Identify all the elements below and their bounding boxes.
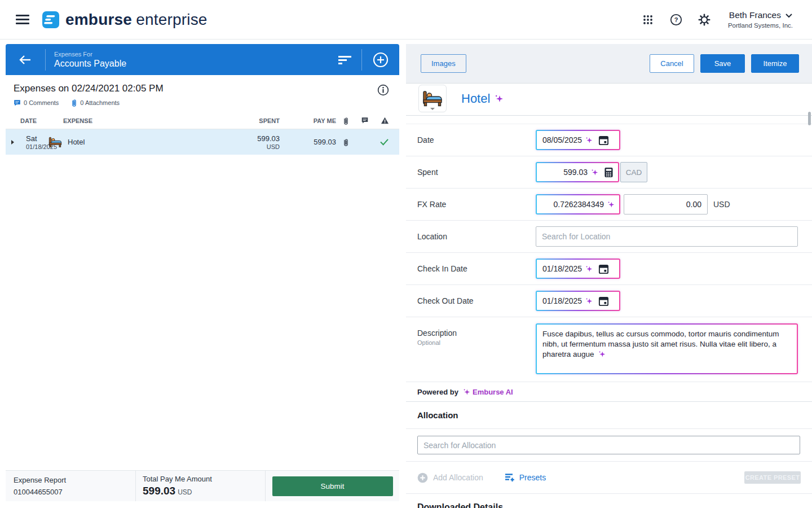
- submit-button[interactable]: Submit: [272, 476, 393, 496]
- powered-by-text: Powered by: [417, 388, 458, 396]
- back-button[interactable]: [6, 54, 45, 65]
- currency-selector[interactable]: CAD: [620, 162, 647, 182]
- powered-by-row: Powered by Emburse AI: [406, 382, 812, 402]
- row-spent: 599.03: [218, 134, 280, 143]
- sort-button[interactable]: [329, 55, 361, 65]
- check-in-input[interactable]: 01/18/2025: [536, 259, 620, 279]
- help-icon[interactable]: ?: [669, 13, 683, 27]
- row-expand-caret[interactable]: [11, 140, 14, 144]
- save-button[interactable]: Save: [700, 54, 745, 73]
- topbar-actions: ? Beth Frances: [626, 10, 793, 29]
- description-optional: Optional: [417, 339, 536, 346]
- itemize-button[interactable]: Itemize: [751, 54, 799, 73]
- check-out-value: 01/18/2025: [542, 296, 582, 305]
- spent-input[interactable]: 599.03: [536, 162, 619, 182]
- images-button[interactable]: Images: [421, 54, 466, 73]
- presets-list-icon: [505, 473, 515, 482]
- list-eyebrow: Expenses For: [54, 51, 329, 58]
- ai-sparkle-icon: [585, 265, 593, 273]
- location-search-input[interactable]: [536, 226, 798, 247]
- report-title: Expenses on 02/24/2021 02:05 PM: [14, 83, 391, 94]
- report-number: 010044655007: [14, 488, 135, 496]
- field-row-check-in: Check In Date 01/18/2025: [406, 253, 812, 285]
- brand-wordmark: emburseenterprise: [65, 11, 208, 29]
- report-number-label: Expense Report: [14, 476, 135, 484]
- apps-grid-icon[interactable]: [641, 13, 655, 27]
- col-payme-header: PAY ME: [280, 117, 336, 124]
- report-info-button[interactable]: [377, 84, 389, 98]
- allocation-search-input[interactable]: [417, 436, 800, 454]
- ai-sparkle-icon: [495, 94, 504, 103]
- field-row-spent: Spent 599.03 CAD: [406, 156, 812, 189]
- downloaded-details-section: Downloaded Details: [406, 494, 812, 508]
- check-in-label: Check In Date: [417, 264, 536, 273]
- field-row-description: Description Optional Fusce dapibus, tell…: [406, 317, 812, 382]
- hamburger-menu-icon[interactable]: [16, 12, 29, 27]
- ai-sparkle-icon: [463, 388, 470, 396]
- ai-sparkle-icon: [607, 201, 615, 208]
- row-day: Sat: [26, 134, 48, 143]
- paperclip-icon: [71, 99, 77, 107]
- col-spent-header: SPENT: [218, 117, 280, 124]
- spent-label: Spent: [417, 168, 536, 177]
- allocation-search-row: [406, 429, 812, 462]
- detail-toolbar: Images Cancel Save Itemize: [406, 44, 812, 84]
- sort-icon: [338, 55, 352, 65]
- hotel-bed-icon: [48, 137, 62, 148]
- user-menu[interactable]: Beth Frances Portland Systems, Inc.: [728, 10, 793, 29]
- chevron-down-icon: [785, 13, 793, 18]
- fx-converted-currency: USD: [713, 200, 730, 209]
- field-row-location: Location: [406, 221, 812, 253]
- description-textarea[interactable]: Fusce dapibus, tellus ac cursus commodo,…: [536, 323, 798, 374]
- expense-row-hotel[interactable]: Sat 01/18/2025 Hotel 599.03 USD 599.03: [6, 129, 399, 155]
- comment-icon: [14, 99, 21, 107]
- divider: [406, 116, 812, 124]
- attachments-count: 0 Attachments: [80, 99, 120, 106]
- add-circle-icon: [417, 472, 428, 483]
- ai-sparkle-icon: [591, 169, 598, 176]
- expense-type-selector[interactable]: [418, 85, 447, 112]
- calendar-icon[interactable]: [598, 264, 609, 274]
- add-allocation-button[interactable]: Add Allocation: [417, 472, 483, 483]
- paperclip-column-icon: [343, 117, 349, 125]
- calendar-icon[interactable]: [598, 296, 609, 306]
- comments-meta[interactable]: 0 Comments: [14, 99, 59, 107]
- row-payme: 599.03: [280, 138, 336, 146]
- check-in-value: 01/18/2025: [542, 264, 582, 273]
- user-name: Beth Frances: [729, 10, 781, 20]
- allocation-section-header: Allocation: [406, 402, 812, 429]
- cancel-button[interactable]: Cancel: [650, 54, 694, 73]
- row-spent-currency: USD: [218, 143, 280, 150]
- attachments-meta[interactable]: 0 Attachments: [71, 99, 120, 107]
- allocation-actions-row: Add Allocation Presets CREATE PRESET: [406, 462, 812, 494]
- warning-column-icon: [381, 117, 389, 124]
- row-date: 01/18/2025: [26, 143, 48, 150]
- date-value: 08/05/2025: [542, 135, 582, 144]
- allocation-title: Allocation: [417, 410, 458, 420]
- check-out-input[interactable]: 01/18/2025: [536, 291, 620, 311]
- fx-rate-value: 0.7262384349: [542, 200, 604, 209]
- calendar-icon[interactable]: [598, 135, 609, 146]
- expense-list-panel: Expenses For Accounts Payable E: [6, 44, 399, 501]
- total-currency: USD: [178, 488, 192, 496]
- fx-rate-input[interactable]: 0.7262384349: [536, 194, 620, 214]
- presets-button[interactable]: Presets: [505, 473, 546, 482]
- expense-table-header: DATE EXPENSE SPENT PAY ME: [6, 112, 399, 129]
- create-preset-button[interactable]: CREATE PRESET: [744, 471, 801, 484]
- date-input[interactable]: 08/05/2025: [536, 130, 620, 150]
- settings-gear-icon[interactable]: [698, 13, 711, 27]
- add-expense-button[interactable]: [362, 52, 399, 68]
- field-row-date: Date 08/05/2025: [406, 124, 812, 156]
- description-label: Description Optional: [417, 317, 536, 382]
- fx-converted-input[interactable]: [624, 194, 708, 214]
- row-attachment-icon[interactable]: [343, 138, 349, 146]
- calculator-icon[interactable]: [604, 167, 614, 178]
- report-footer: Expense Report 010044655007 Total Pay Me…: [6, 470, 399, 501]
- fx-rate-label: FX Rate: [417, 200, 536, 209]
- svg-text:?: ?: [674, 16, 678, 23]
- expense-list-header: Expenses For Accounts Payable: [6, 44, 399, 75]
- brand-logo: emburseenterprise: [42, 11, 208, 29]
- row-check-icon: [379, 138, 389, 146]
- divider: [45, 49, 46, 71]
- scrollbar-thumb[interactable]: [808, 112, 811, 125]
